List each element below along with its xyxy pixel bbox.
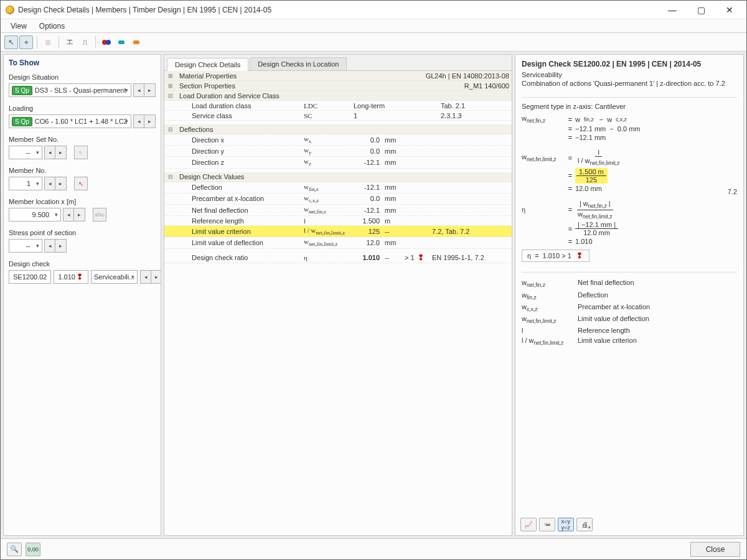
memberloc-next[interactable]: ▸ [74, 208, 85, 222]
dc-next[interactable]: ▸ [151, 270, 161, 284]
beam-icon[interactable]: エ [63, 35, 77, 49]
row-ldc: Load duration class LDC Long-term Tab. 2… [164, 101, 512, 111]
memberset-pick-icon[interactable]: ↖ [74, 146, 88, 159]
toolbar: ↖ ⌖ ≣ エ ⎍ [1, 33, 746, 52]
memberset-next[interactable]: ▸ [55, 146, 67, 159]
rp-graph-icon[interactable]: 📈 [520, 518, 537, 531]
rp-title: Design Check SE1200.02 | EN 1995 | CEN |… [515, 55, 743, 71]
cursor-crosshair-icon[interactable]: ⌖ [19, 35, 33, 49]
menu-view[interactable]: View [4, 21, 33, 32]
expand-icon[interactable]: ⊞ [164, 82, 177, 90]
chevron-down-icon: ▾ [125, 87, 128, 93]
chevron-down-icon: ▾ [36, 149, 39, 156]
tab-design-checks-in-location[interactable]: Design Checks in Location [250, 57, 347, 70]
minimize-button[interactable]: — [658, 1, 687, 19]
loading-next[interactable]: ▸ [144, 114, 156, 128]
toolbar-separator [59, 36, 59, 49]
row-reference-length: Reference length l 1.500 m [164, 216, 512, 226]
footer: 🔍 0,00 Close [1, 538, 746, 559]
group-section-properties[interactable]: ⊞ Section Properties R_M1 140/600 [164, 81, 512, 91]
center-body: ⊞ Material Properties GL24h | EN 14080:2… [164, 71, 512, 535]
memberno-next[interactable]: ▸ [55, 177, 67, 190]
warning-icon: ❢ [75, 273, 84, 281]
list-icon[interactable]: ≣ [41, 35, 55, 49]
rp-print-icon[interactable]: 🖨▾ [576, 518, 593, 531]
memberno-pick-icon[interactable]: ↖ [74, 177, 88, 190]
row-dz: Direction z wz -12.1 mm [164, 157, 512, 168]
memberset-label: Member Set No. [4, 132, 161, 144]
loading-label: Loading [4, 101, 161, 113]
stresspoint-prev[interactable]: ◂ [44, 239, 55, 253]
collapse-icon[interactable]: ⊟ [164, 173, 177, 180]
close-button[interactable]: Close [690, 542, 740, 557]
app-window: Design Check Details | Members | Timber … [0, 0, 747, 560]
row-deflection: Deflection wfin,z -12.1 mm [164, 182, 512, 194]
dc-code-chip[interactable]: SE1200.02 [9, 270, 51, 284]
sqp-badge: S Qp [12, 117, 32, 126]
dc-desc-select[interactable]: Serviceabili... ▾ [91, 270, 138, 284]
memberloc-xx0-button[interactable]: x/x₀ [93, 208, 106, 222]
toolbar-separator [95, 36, 96, 49]
design-situation-prev[interactable]: ◂ [133, 83, 144, 97]
loading-prev[interactable]: ◂ [133, 114, 144, 128]
memberloc-select[interactable]: 9.500 ▾ [9, 208, 61, 222]
profile-icon[interactable]: ⎍ [78, 35, 92, 49]
design-situation-next[interactable]: ▸ [144, 83, 156, 97]
group-load-duration[interactable]: ⊟ Load Duration and Service Class [164, 91, 512, 101]
main-area: To Show Design Situation S Qp DS3 - SLS … [1, 52, 746, 538]
rp-segment: Segment type in z-axis: Cantilever [522, 103, 737, 110]
rp-toolbar: 📈 ≔ x=yy=z 🖨▾ [520, 518, 593, 531]
memberset-prev[interactable]: ◂ [44, 146, 55, 159]
ref-72: 7.2 [728, 188, 737, 195]
collapse-icon[interactable]: ⊟ [164, 92, 177, 100]
memberno-label: Member No. [4, 163, 161, 175]
sqp-badge: S Qp [12, 86, 32, 95]
toolbar-separator [37, 36, 37, 49]
warning-icon: ❢ [575, 251, 584, 260]
group-material-properties[interactable]: ⊞ Material Properties GL24h | EN 14080:2… [164, 71, 512, 81]
warning-icon: ❢ [416, 253, 425, 262]
group-design-check-values[interactable]: ⊟ Design Check Values [164, 172, 512, 182]
row-net-final-deflection: Net final deflection wnet,fin,z -12.1 mm [164, 205, 512, 216]
memberno-select[interactable]: 1 ▾ [9, 177, 42, 190]
menu-options[interactable]: Options [33, 21, 71, 32]
loading-select[interactable]: S Qp CO6 - 1.60 * LC1 + 1.48 * LC2 ▾ [9, 114, 131, 128]
memberloc-prev[interactable]: ◂ [63, 208, 74, 222]
group-deflections[interactable]: ⊟ Deflections [164, 124, 512, 134]
menubar: View Options [1, 19, 746, 33]
collapse-icon[interactable]: ⊟ [164, 126, 177, 133]
maximize-button[interactable]: ▢ [687, 1, 715, 19]
cursor-arrow-icon[interactable]: ↖ [4, 35, 18, 49]
design-situation-select[interactable]: S Qp DS3 - SLS - Quasi-permanent ▾ [9, 83, 131, 97]
expand-icon[interactable]: ⊞ [164, 72, 177, 80]
center-panel: Design Check Details Design Checks in Lo… [164, 54, 512, 536]
tab-design-check-details[interactable]: Design Check Details [167, 58, 248, 71]
rp-formula-icon[interactable]: x=yy=z [558, 518, 574, 531]
right-panel: Design Check SE1200.02 | EN 1995 | CEN |… [515, 54, 744, 536]
dc-prev[interactable]: ◂ [140, 270, 151, 284]
rp-list-icon[interactable]: ≔ [539, 518, 555, 531]
moment-orange-icon[interactable] [129, 35, 143, 49]
chevron-down-icon: ▾ [36, 243, 39, 249]
memberloc-label: Member location x [m] [4, 194, 161, 207]
rp-line2: Combination of actions 'Quasi-permanent … [515, 80, 743, 88]
stresspoint-select[interactable]: -- ▾ [9, 239, 42, 253]
memberno-prev[interactable]: ◂ [44, 177, 55, 190]
app-icon [6, 6, 14, 14]
rp-line1: Serviceability [515, 71, 743, 80]
memberset-select[interactable]: -- ▾ [9, 146, 42, 159]
row-dy: Direction y wy 0.0 mm [164, 146, 512, 157]
window-close-button[interactable]: ✕ [715, 1, 744, 19]
row-design-check-ratio: Design check ratio η 1.010 -- > 1 ❢ EN 1… [164, 253, 512, 263]
footer-search-icon[interactable]: 🔍 [7, 543, 22, 556]
stresspoint-next[interactable]: ▸ [55, 239, 67, 253]
chevron-down-icon: ▾ [131, 274, 134, 280]
footer-decimals-icon[interactable]: 0,00 [26, 543, 40, 556]
row-limit-value-deflection: Limit value of deflection wnet,fin,limit… [164, 237, 512, 248]
row-dx: Direction x wx 0.0 mm [164, 134, 512, 146]
symbol: wx [301, 134, 351, 145]
moment-cyan-icon[interactable] [115, 35, 128, 49]
row-limit-value-criterion: Limit value criterion l / wnet,fin,limit… [164, 226, 512, 237]
load-dots-icon[interactable] [100, 35, 113, 49]
dc-ratio-chip[interactable]: 1.010 ❢ [54, 270, 88, 284]
